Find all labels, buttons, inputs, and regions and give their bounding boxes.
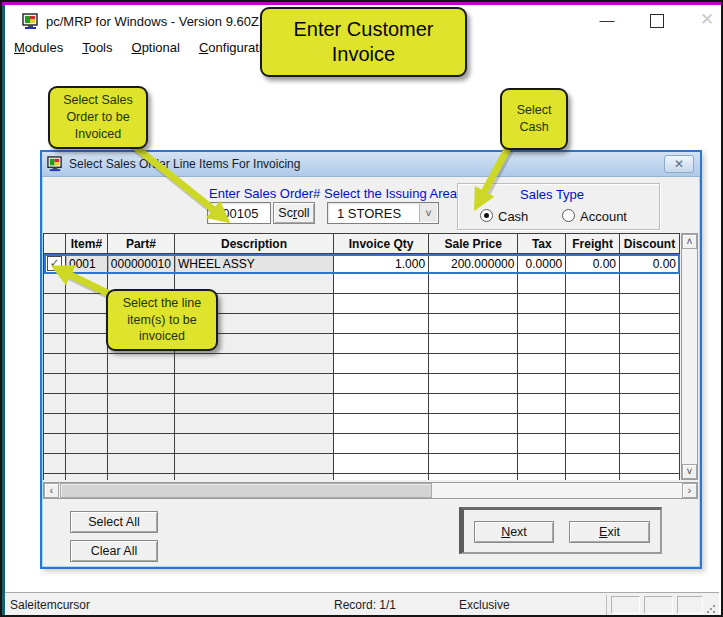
grid-cell-empty[interactable] <box>518 314 566 334</box>
grid-cell-empty[interactable] <box>620 274 680 294</box>
table-row-empty[interactable] <box>44 394 680 414</box>
grid-cell-empty[interactable] <box>429 314 518 334</box>
grid-cell-empty[interactable] <box>429 474 518 481</box>
grid-cell-empty[interactable] <box>429 434 518 454</box>
grid-cell-empty[interactable] <box>429 294 518 314</box>
grid-cell-empty[interactable] <box>518 454 566 474</box>
grid-cell-empty[interactable] <box>566 274 620 294</box>
grid-cell-empty[interactable] <box>174 354 333 374</box>
grid-header-item-[interactable]: Item# <box>66 234 108 254</box>
grid-cell-empty[interactable] <box>66 314 108 334</box>
grid-cell-empty[interactable] <box>66 374 108 394</box>
grid-cell-empty[interactable] <box>66 454 108 474</box>
menu-modules[interactable]: Modules <box>14 40 63 55</box>
grid-cell[interactable]: 0.00 <box>620 254 680 274</box>
table-row-empty[interactable] <box>44 374 680 394</box>
grid-cell-empty[interactable] <box>66 474 108 481</box>
radio-account-label[interactable]: Account <box>580 209 627 224</box>
grid-cell-empty[interactable] <box>174 474 333 481</box>
grid-cell-empty[interactable] <box>174 454 333 474</box>
grid-cell-empty[interactable] <box>566 334 620 354</box>
grid-cell-empty[interactable] <box>334 274 429 294</box>
grid-cell-empty[interactable] <box>620 354 680 374</box>
grid-cell-empty[interactable] <box>429 374 518 394</box>
grid-cell-empty[interactable] <box>66 354 108 374</box>
sales-order-input[interactable]: 000105 <box>207 202 271 224</box>
grid-cell-empty[interactable] <box>107 354 174 374</box>
grid-cell[interactable]: 0.00 <box>566 254 620 274</box>
grid-cell-empty[interactable] <box>518 414 566 434</box>
grid-header-invoice-qty[interactable]: Invoice Qty <box>334 234 429 254</box>
scroll-right-icon[interactable]: › <box>682 483 697 498</box>
grid-cell-empty[interactable] <box>518 394 566 414</box>
scroll-left-icon[interactable]: ‹ <box>44 483 59 498</box>
dialog-close-icon[interactable]: ✕ <box>664 155 694 173</box>
grid-cell-empty[interactable] <box>107 434 174 454</box>
grid-cell-empty[interactable] <box>44 394 66 414</box>
grid-cell-empty[interactable] <box>518 274 566 294</box>
grid-cell-empty[interactable] <box>518 354 566 374</box>
grid-header-sale-price[interactable]: Sale Price <box>429 234 518 254</box>
exit-button[interactable]: Exit <box>569 521 650 543</box>
table-row-empty[interactable] <box>44 354 680 374</box>
clear-all-button[interactable]: Clear All <box>70 540 158 562</box>
grid-cell-empty[interactable] <box>620 474 680 481</box>
menu-optional[interactable]: Optional <box>132 40 180 55</box>
grid-cell-empty[interactable] <box>44 274 66 294</box>
grid-header-select[interactable] <box>44 234 66 254</box>
grid-cell[interactable]: 200.000000 <box>429 254 518 274</box>
grid-header-freight[interactable]: Freight <box>566 234 620 254</box>
grid-cell-empty[interactable] <box>518 374 566 394</box>
grid-cell-empty[interactable] <box>518 474 566 481</box>
scroll-down-icon[interactable]: ˅ <box>682 464 697 479</box>
grid-cell-empty[interactable] <box>44 414 66 434</box>
grid-cell-empty[interactable] <box>566 354 620 374</box>
grid-cell-empty[interactable] <box>107 374 174 394</box>
grid-cell-empty[interactable] <box>334 474 429 481</box>
close-icon[interactable]: ✕ <box>692 7 722 33</box>
grid-cell-empty[interactable] <box>429 354 518 374</box>
grid-cell-empty[interactable] <box>334 314 429 334</box>
dialog-titlebar[interactable]: Select Sales Order Line Items For Invoic… <box>42 152 700 177</box>
grid-cell-empty[interactable] <box>566 374 620 394</box>
grid-cell-empty[interactable] <box>334 334 429 354</box>
grid-cell-empty[interactable] <box>66 414 108 434</box>
grid-cell-empty[interactable] <box>566 394 620 414</box>
grid-cell-empty[interactable] <box>620 374 680 394</box>
table-row-empty[interactable] <box>44 434 680 454</box>
grid-cell-empty[interactable] <box>334 414 429 434</box>
grid-cell-empty[interactable] <box>566 294 620 314</box>
grid-cell-empty[interactable] <box>44 434 66 454</box>
radio-cash-label[interactable]: Cash <box>498 209 528 224</box>
grid-cell-empty[interactable] <box>107 474 174 481</box>
grid-cell[interactable]: WHEEL ASSY <box>174 254 333 274</box>
table-row-empty[interactable] <box>44 474 680 481</box>
row-checkbox[interactable]: ✓ <box>47 256 62 271</box>
grid-cell-empty[interactable] <box>429 274 518 294</box>
grid-cell-empty[interactable] <box>620 414 680 434</box>
grid-header-part-[interactable]: Part# <box>107 234 174 254</box>
grid-cell-empty[interactable] <box>620 394 680 414</box>
grid-cell-empty[interactable] <box>66 394 108 414</box>
radio-account[interactable] <box>562 209 575 222</box>
grid-cell-empty[interactable] <box>518 434 566 454</box>
grid-header-tax[interactable]: Tax <box>518 234 566 254</box>
grid-cell-empty[interactable] <box>429 454 518 474</box>
grid-cell-empty[interactable] <box>429 414 518 434</box>
grid-cell-empty[interactable] <box>566 314 620 334</box>
table-row-empty[interactable] <box>44 414 680 434</box>
grid-cell-empty[interactable] <box>334 294 429 314</box>
menu-tools[interactable]: Tools <box>82 40 112 55</box>
grid-cell-empty[interactable] <box>620 454 680 474</box>
minimize-icon[interactable]: — <box>590 7 624 33</box>
table-row[interactable]: ✓0001000000010WHEEL ASSY1.000200.0000000… <box>44 254 680 274</box>
grid-cell-empty[interactable] <box>44 334 66 354</box>
scrollbar-thumb[interactable] <box>60 483 432 498</box>
grid-cell-empty[interactable] <box>66 294 108 314</box>
grid-cell-empty[interactable] <box>566 474 620 481</box>
grid-cell-empty[interactable] <box>334 434 429 454</box>
grid-header-discount[interactable]: Discount <box>620 234 680 254</box>
grid-cell[interactable]: 000000010 <box>107 254 174 274</box>
vertical-scrollbar[interactable]: ˄ ˅ <box>681 233 698 480</box>
scroll-up-icon[interactable]: ˄ <box>682 234 697 249</box>
